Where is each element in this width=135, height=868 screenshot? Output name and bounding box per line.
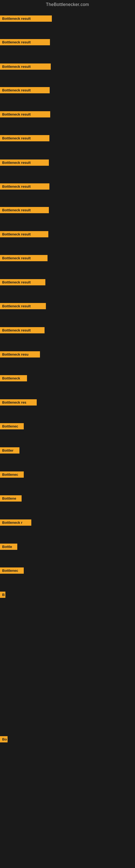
bottleneck-result-item: Bottlenec xyxy=(0,567,24,574)
site-title: TheBottlenecker.com xyxy=(0,0,135,8)
bottleneck-result-item: Bottleneck result xyxy=(0,16,52,22)
bottleneck-result-item: Bottleneck result xyxy=(0,159,49,166)
bottleneck-result-item: Bottleneck resu xyxy=(0,351,40,358)
bottleneck-result-item: Bottleneck result xyxy=(0,111,50,118)
bottleneck-result-item: Bottlene xyxy=(0,495,21,501)
bottleneck-result-item: Bottleneck result xyxy=(0,135,49,141)
bottleneck-result-item: Bottleneck result xyxy=(0,231,48,237)
bottleneck-result-item: Bottleneck result xyxy=(0,87,50,93)
bottleneck-result-item: Bottleneck result xyxy=(0,183,49,190)
bottleneck-result-item: Bottleneck result xyxy=(0,279,45,285)
bottleneck-result-item: Bottlenec xyxy=(0,471,24,478)
bottleneck-result-item: Bottleneck result xyxy=(0,327,45,333)
bottleneck-result-item: B xyxy=(0,592,5,598)
bottleneck-result-item: Bottleneck r xyxy=(0,520,31,526)
bottleneck-result-item: Bottleneck result xyxy=(0,63,51,70)
bottleneck-result-item: Bottleneck result xyxy=(0,303,46,309)
bottleneck-result-item: Bottleneck res xyxy=(0,399,37,405)
bottleneck-result-item: Bottle xyxy=(0,544,17,550)
bottleneck-result-item: Bottleneck result xyxy=(0,39,50,45)
bottleneck-result-item: Bottleneck result xyxy=(0,207,49,213)
bottleneck-result-item: Bottleneck xyxy=(0,375,27,381)
bottleneck-result-item: Bottler xyxy=(0,447,19,454)
bottleneck-result-item: Bottlenec xyxy=(0,423,24,429)
bottleneck-result-item: Bottleneck result xyxy=(0,255,48,261)
bottleneck-result-item: Bo xyxy=(0,736,8,742)
